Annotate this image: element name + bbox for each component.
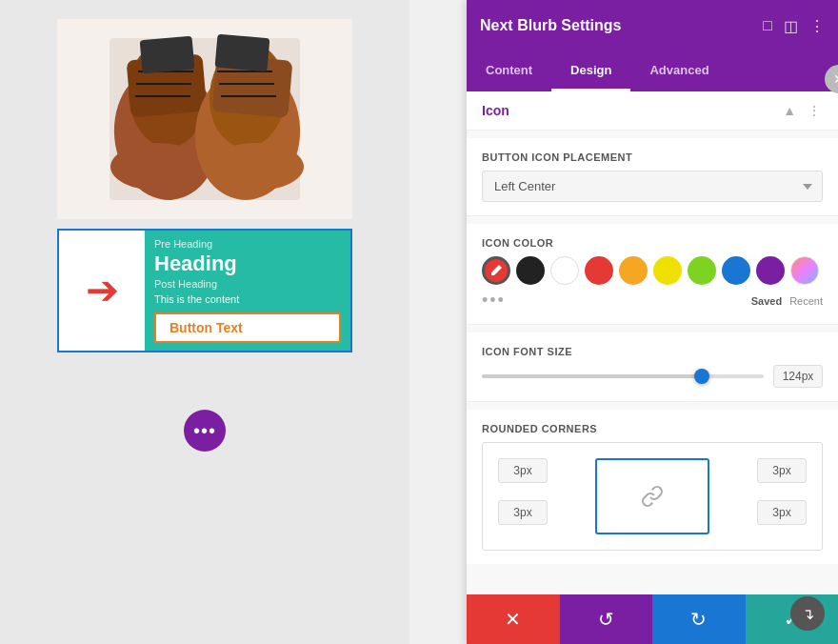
tile-icon[interactable]: ◫ (784, 17, 798, 35)
corner-bottom-right[interactable] (757, 500, 807, 525)
svg-point-5 (110, 143, 206, 191)
slider-fill (482, 374, 702, 378)
color-recent-label[interactable]: Recent (789, 295, 823, 307)
section-collapse-btn[interactable]: ▲ (781, 101, 798, 120)
canvas-area: ➔ Pre Heading Heading Post Heading This … (0, 0, 409, 644)
corners-widget (482, 442, 823, 551)
settings-panel: Next Blurb Settings □ ◫ ⋮ Content Design… (467, 0, 838, 644)
icon-placement-select[interactable]: Left Center Left Top Left Bottom Right T… (482, 171, 823, 202)
color-swatch-gradient[interactable] (790, 256, 819, 285)
slider-value[interactable]: 124px (773, 365, 823, 388)
button-text: Button Text (170, 320, 243, 335)
icon-placement-group: Button Icon Placement Left Center Left T… (467, 138, 838, 215)
color-swatch-green[interactable] (688, 256, 716, 285)
tab-advanced[interactable]: Advanced (630, 51, 728, 91)
color-swatch-red[interactable] (585, 256, 613, 285)
color-more-dots[interactable]: ••• (482, 291, 506, 311)
close-icon: ✕ (833, 71, 838, 87)
help-button[interactable]: ↴ (790, 596, 825, 631)
panel-tabs: Content Design Advanced (467, 51, 838, 91)
color-row-bottom: ••• Saved Recent (482, 291, 823, 311)
color-swatch-blue[interactable] (722, 256, 750, 285)
minimize-icon[interactable]: □ (763, 17, 772, 34)
blurb-content: Pre Heading Heading Post Heading This is… (145, 231, 350, 351)
icon-color-label: Icon Color (482, 237, 823, 249)
redo-button[interactable]: ↻ (652, 594, 746, 644)
blurb-preview: ➔ Pre Heading Heading Post Heading This … (57, 229, 352, 352)
panel-body: Icon ▲ ⋮ Button Icon Placement Left Cent… (467, 91, 838, 644)
svg-rect-17 (215, 34, 270, 72)
color-swatch-white[interactable] (550, 256, 579, 285)
panel-header: Next Blurb Settings □ ◫ ⋮ (467, 0, 838, 51)
more-options-icon[interactable]: ⋮ (809, 17, 825, 35)
dots-icon: ••• (193, 420, 216, 442)
svg-point-9 (209, 143, 304, 191)
link-icon[interactable] (637, 481, 668, 512)
color-labels: Saved Recent (751, 295, 823, 307)
color-swatch-yellow[interactable] (653, 256, 682, 285)
tab-content[interactable]: Content (467, 51, 551, 91)
color-swatch-orange[interactable] (619, 256, 648, 285)
color-swatch-black[interactable] (516, 256, 545, 285)
heading-text: Heading (154, 252, 341, 276)
tab-design[interactable]: Design (551, 51, 630, 91)
pre-heading-text: Pre Heading (154, 238, 341, 250)
color-swatches-row (482, 256, 823, 285)
color-swatch-purple[interactable] (756, 256, 785, 285)
corner-top-left[interactable] (498, 458, 548, 483)
corner-bottom-left[interactable] (498, 500, 548, 525)
slider-track[interactable] (482, 374, 764, 378)
panel-title: Next Blurb Settings (480, 17, 621, 34)
more-dots-button[interactable]: ••• (184, 410, 226, 452)
button-text-wrapper: Button Text (154, 312, 341, 343)
color-saved-label[interactable]: Saved (751, 295, 782, 307)
rounded-corners-label: Rounded Corners (482, 423, 823, 434)
icon-font-size-label: Icon Font Size (482, 346, 823, 357)
slider-row: 124px (482, 365, 823, 388)
svg-rect-16 (140, 36, 195, 74)
slider-thumb[interactable] (694, 369, 709, 384)
icon-color-group: Icon Color ••• Saved Re (467, 224, 838, 324)
rounded-corners-group: Rounded Corners (467, 410, 838, 564)
icon-placement-label: Button Icon Placement (482, 151, 823, 163)
panel-footer: ✕ ↺ ↻ ✓ (467, 594, 838, 644)
section-icon-header: Icon ▲ ⋮ (467, 91, 838, 131)
arrow-icon: ➔ (86, 271, 119, 311)
undo-button[interactable]: ↺ (560, 594, 653, 644)
post-heading-text: Post Heading (154, 278, 341, 290)
corner-top-right[interactable] (757, 458, 807, 483)
content-text: This is the content (154, 293, 341, 305)
section-icon-title: Icon (482, 103, 509, 118)
help-icon: ↴ (802, 605, 814, 623)
header-icons: □ ◫ ⋮ (763, 17, 825, 35)
color-swatch-edit[interactable] (482, 256, 510, 285)
section-header-icons: ▲ ⋮ (781, 101, 823, 120)
icon-font-size-group: Icon Font Size 124px (467, 332, 838, 401)
shoe-image (57, 19, 352, 219)
corners-grid (498, 458, 807, 534)
corner-preview-box (595, 458, 709, 534)
section-more-btn[interactable]: ⋮ (806, 101, 823, 120)
blurb-icon-area: ➔ (59, 231, 145, 351)
cancel-button[interactable]: ✕ (467, 594, 560, 644)
